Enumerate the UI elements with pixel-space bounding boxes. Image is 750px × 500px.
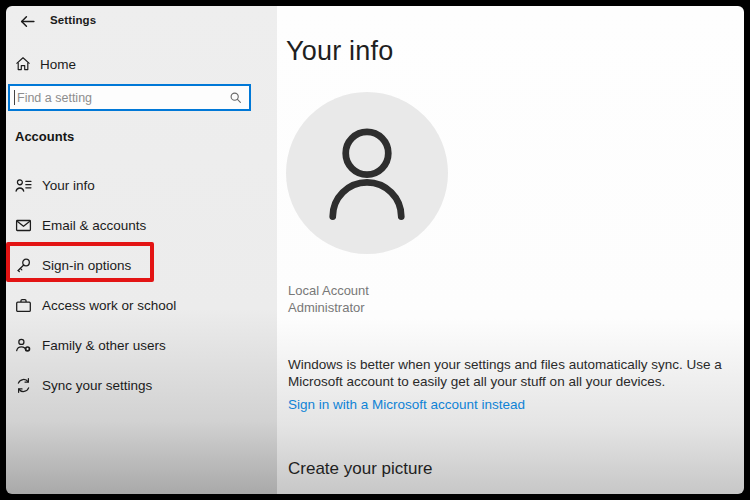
person-icon <box>315 119 419 227</box>
your-info-icon <box>15 177 32 194</box>
sidebar-item-your-info[interactable]: Your info <box>6 165 277 205</box>
settings-window: Settings Home <box>6 6 744 494</box>
sidebar-item-email-accounts[interactable]: Email & accounts <box>6 205 277 245</box>
account-role: Administrator <box>288 300 365 315</box>
main-content: Your info Local Account Administrator Wi… <box>277 6 744 494</box>
account-name: Local Account <box>288 283 369 298</box>
sidebar-nav: Your info Email & accounts <box>6 6 277 494</box>
briefcase-icon <box>15 297 32 314</box>
key-icon <box>15 257 32 274</box>
sidebar-item-label: Email & accounts <box>42 218 146 233</box>
account-avatar <box>286 92 448 254</box>
sidebar-item-family-other-users[interactable]: Family & other users <box>6 325 277 365</box>
sidebar-item-sign-in-options[interactable]: Sign-in options <box>6 245 277 285</box>
sidebar: Settings Home <box>6 6 277 494</box>
sidebar-item-label: Your info <box>42 178 95 193</box>
page-title: Your info <box>286 36 393 67</box>
video-frame: Settings Home <box>0 0 750 500</box>
sidebar-item-label: Access work or school <box>42 298 176 313</box>
sidebar-item-label: Family & other users <box>42 338 166 353</box>
sync-description: Windows is better when your settings and… <box>288 356 744 390</box>
sync-icon <box>15 377 32 394</box>
email-icon <box>15 217 32 234</box>
sidebar-item-label: Sign-in options <box>42 258 131 273</box>
create-picture-section-title: Create your picture <box>288 459 433 479</box>
sidebar-item-sync-your-settings[interactable]: Sync your settings <box>6 365 277 405</box>
sidebar-item-access-work-school[interactable]: Access work or school <box>6 285 277 325</box>
sidebar-item-label: Sync your settings <box>42 378 152 393</box>
family-icon <box>15 337 32 354</box>
sign-in-microsoft-link[interactable]: Sign in with a Microsoft account instead <box>288 397 525 412</box>
